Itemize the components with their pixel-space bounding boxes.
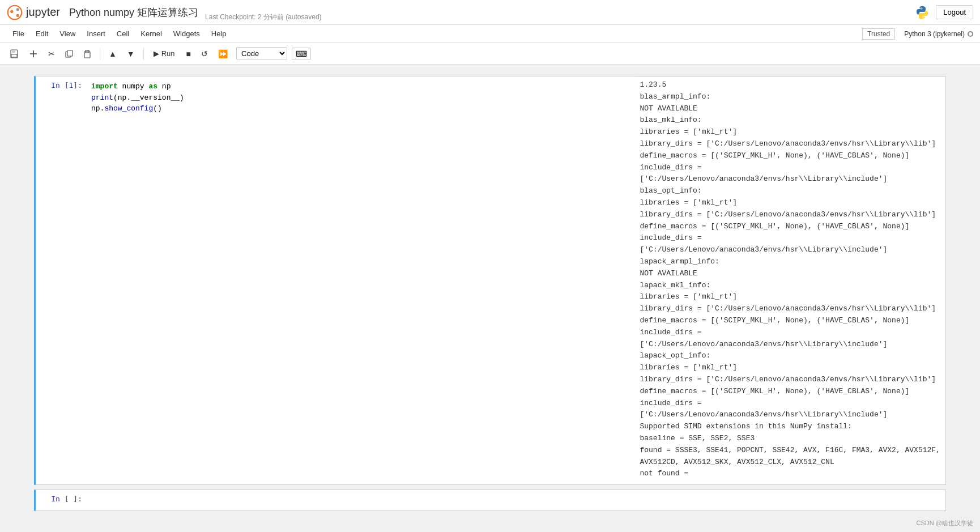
svg-point-1: [10, 10, 13, 12]
run-button[interactable]: ▶ Run: [148, 47, 180, 60]
menu-help[interactable]: Help: [206, 27, 232, 40]
output-version: 1.23.5: [640, 79, 941, 91]
cell-2: In [ ]:: [34, 490, 946, 511]
paste-button[interactable]: [79, 47, 95, 61]
output-lapack-mkl-include-dirs: include_dirs = ['C:/Users/Lenovo/anacond…: [640, 327, 941, 351]
notebook-area: In [1]: import numpy as np print(np.__ve…: [0, 65, 980, 529]
code-fn-show-config: show_config: [104, 104, 153, 113]
kernel-info: Python 3 (ipykernel): [904, 30, 973, 38]
output-blas-opt-label: blas_opt_info:: [640, 185, 941, 197]
menu-kernel[interactable]: Kernel: [135, 27, 168, 40]
move-down-button[interactable]: ▼: [123, 47, 139, 61]
output-blas-mkl-libraries: libraries = ['mkl_rt']: [640, 126, 941, 138]
keyboard-shortcuts-button[interactable]: ⌨: [292, 48, 311, 60]
menu-insert[interactable]: Insert: [81, 27, 111, 40]
cell-1-input-area: In [1]: import numpy as np print(np.__ve…: [36, 76, 584, 484]
output-simd-not-found: not found =: [640, 468, 941, 480]
output-lapack-opt-library-dirs: library_dirs = ['C:/Users/Lenovo/anacond…: [640, 374, 941, 386]
output-lapack-opt-label: lapack_opt_info:: [640, 350, 941, 362]
jupyter-wordmark: jupyter: [26, 6, 60, 19]
output-lapack-armpl-label: lapack_armpl_info:: [640, 256, 941, 268]
cell-1-prompt: In [1]:: [36, 76, 87, 484]
output-blas-armpl-not-available: NOT AVAILABLE: [640, 103, 941, 115]
kernel-status-circle: [968, 31, 973, 37]
toolbar-separator-1: [100, 48, 100, 60]
code-keyword-import: import: [91, 82, 118, 91]
output-blas-opt-libraries: libraries = ['mkl_rt']: [640, 197, 941, 209]
output-lapack-mkl-libraries: libraries = ['mkl_rt']: [640, 291, 941, 303]
output-lapack-mkl-library-dirs: library_dirs = ['C:/Users/Lenovo/anacond…: [640, 303, 941, 315]
logout-button[interactable]: Logout: [936, 5, 973, 19]
move-up-button[interactable]: ▲: [105, 47, 121, 61]
plus-icon: [29, 49, 38, 58]
output-lapack-mkl-label: lapack_mkl_info:: [640, 280, 941, 292]
svg-rect-10: [67, 50, 73, 56]
jupyter-logo-icon: [7, 5, 23, 20]
output-blas-mkl-library-dirs: library_dirs = ['C:/Users/Lenovo/anacond…: [640, 138, 941, 150]
menu-widgets[interactable]: Widgets: [168, 27, 206, 40]
menu-view[interactable]: View: [54, 27, 81, 40]
output-lapack-mkl-define-macros: define_macros = [('SCIPY_MKL_H', None), …: [640, 315, 941, 327]
menu-cell[interactable]: Cell: [111, 27, 135, 40]
output-lapack-armpl-not-available: NOT AVAILABLE: [640, 268, 941, 280]
output-blas-mkl-label: blas_mkl_info:: [640, 114, 941, 126]
svg-rect-6: [11, 54, 17, 57]
code-fn-print: print: [91, 93, 113, 102]
restart-button[interactable]: ↺: [197, 47, 212, 61]
cell-1-code[interactable]: import numpy as np print(np.__version__)…: [87, 76, 584, 484]
jupyter-logo: jupyter: [7, 5, 60, 20]
save-icon: [10, 49, 19, 58]
cell-2-code[interactable]: [87, 490, 945, 510]
output-lapack-opt-include-dirs: include_dirs = ['C:/Users/Lenovo/anacond…: [640, 398, 941, 422]
output-simd-baseline: baseline = SSE, SSE2, SSE3: [640, 433, 941, 445]
save-button[interactable]: [6, 47, 23, 61]
output-simd-label: Supported SIMD extensions in this NumPy …: [640, 421, 941, 433]
navbar: jupyter Python numpy 矩阵运算练习 Last Checkpo…: [0, 0, 980, 25]
paste-icon: [83, 49, 91, 58]
add-cell-button[interactable]: [25, 47, 42, 61]
output-blas-opt-library-dirs: library_dirs = ['C:/Users/Lenovo/anacond…: [640, 209, 941, 221]
output-blas-opt-define-macros: define_macros = [('SCIPY_MKL_H', None), …: [640, 221, 941, 233]
menu-file[interactable]: File: [7, 27, 30, 40]
notebook-title: Python numpy 矩阵运算练习: [69, 6, 198, 19]
nav-right: Logout: [914, 5, 973, 20]
output-blas-mkl-define-macros: define_macros = [('SCIPY_MKL_H', None), …: [640, 150, 941, 162]
output-lapack-opt-libraries: libraries = ['mkl_rt']: [640, 362, 941, 374]
toolbar-separator-2: [143, 48, 144, 60]
svg-point-2: [16, 8, 19, 11]
menubar: File Edit View Insert Cell Kernel Widget…: [0, 25, 980, 43]
stop-button[interactable]: ■: [182, 47, 195, 61]
output-simd-found: found = SSSE3, SSE41, POPCNT, SSE42, AVX…: [640, 445, 941, 469]
python-icon: [914, 5, 930, 20]
output-blas-mkl-include-dirs: include_dirs = ['C:/Users/Lenovo/anacond…: [640, 162, 941, 186]
svg-rect-5: [12, 50, 15, 53]
svg-point-0: [8, 5, 22, 19]
run-icon: ▶: [154, 49, 159, 58]
output-blas-opt-include-dirs: include_dirs = ['C:/Users/Lenovo/anacond…: [640, 232, 941, 256]
cell-1: In [1]: import numpy as np print(np.__ve…: [34, 76, 946, 485]
restart-run-all-button[interactable]: ⏩: [214, 47, 232, 61]
cut-button[interactable]: ✂: [44, 47, 59, 61]
trusted-badge: Trusted: [862, 28, 895, 40]
checkpoint-info: Last Checkpoint: 2 分钟前 (autosaved): [205, 12, 321, 22]
cell-2-prompt: In [ ]:: [36, 490, 87, 510]
output-lapack-opt-define-macros: define_macros = [('SCIPY_MKL_H', None), …: [640, 386, 941, 398]
toolbar: ✂ ▲ ▼ ▶ Run ■ ↺ ⏩ Code Markdown Raw NBCo…: [0, 43, 980, 65]
cell-1-output: 1.23.5 blas_armpl_info: NOT AVAILABLE bl…: [635, 76, 945, 484]
copy-icon: [65, 50, 73, 58]
watermark: CSDN @啥也汉学徒: [917, 519, 973, 527]
svg-point-3: [16, 14, 19, 16]
code-keyword-as: as: [148, 82, 157, 91]
cell-type-select[interactable]: Code Markdown Raw NBConvert Heading: [236, 47, 287, 60]
copy-button[interactable]: [61, 48, 77, 60]
output-blas-armpl-label: blas_armpl_info:: [640, 91, 941, 103]
menu-edit[interactable]: Edit: [30, 27, 54, 40]
